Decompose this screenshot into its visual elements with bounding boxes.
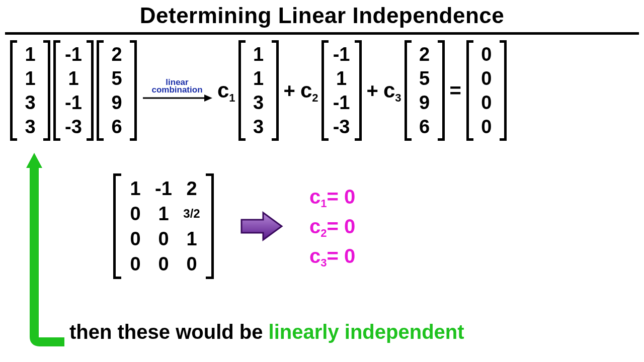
v2e2: -1 <box>63 90 84 115</box>
equals: = <box>448 79 463 102</box>
zero-vector: 0 0 0 0 <box>466 40 507 141</box>
equation-row: 1 1 3 3 -1 1 -1 -3 2 5 9 6 linear combin… <box>10 40 639 141</box>
reduced-matrix: 1 -1 2 0 1 3/2 0 0 1 0 0 0 <box>113 173 214 279</box>
conclusion-highlight: linearly independent <box>269 321 464 343</box>
solutions: c1 = 0 c2 = 0 c3 = 0 <box>309 186 355 267</box>
v1e0: 1 <box>20 42 40 66</box>
v3e1: 5 <box>107 66 127 90</box>
svg-marker-2 <box>242 213 282 240</box>
vector-1: 1 1 3 3 <box>10 40 50 141</box>
vector-2: -1 1 -1 -3 <box>53 40 94 141</box>
v3e0: 2 <box>107 42 127 66</box>
sol-c1: c1 = 0 <box>309 186 355 208</box>
v1e2: 3 <box>20 90 40 115</box>
divider <box>5 32 639 35</box>
green-arrow-icon <box>19 151 69 352</box>
conclusion-prefix: then these would be <box>69 321 269 343</box>
coef-c3: c3 <box>383 78 401 103</box>
svg-marker-3 <box>26 153 42 168</box>
linear-combination-arrow: linear combination <box>142 78 212 103</box>
v2e1: 1 <box>63 66 84 90</box>
coef-c2: c2 <box>300 78 318 103</box>
sol-c3: c3 = 0 <box>309 245 355 267</box>
v2e0: -1 <box>63 42 84 66</box>
coef-c1: c1 <box>217 78 235 103</box>
v1e1: 1 <box>20 66 40 90</box>
page-title: Determining Linear Independence <box>0 0 644 32</box>
svg-marker-1 <box>204 95 212 102</box>
v3e2: 9 <box>107 90 127 115</box>
vector-3: 2 5 9 6 <box>97 40 137 141</box>
vector-2b: -1 1 -1 -3 <box>321 40 362 141</box>
v3e3: 6 <box>107 115 127 139</box>
arrow-icon <box>142 93 212 103</box>
vector-3b: 2 5 9 6 <box>405 40 445 141</box>
v2e3: -3 <box>63 115 84 139</box>
conclusion-text: then these would be linearly independent <box>69 321 464 343</box>
implies-arrow-icon <box>239 209 284 244</box>
vector-1b: 1 1 3 3 <box>238 40 279 141</box>
middle-row: 1 -1 2 0 1 3/2 0 0 1 0 0 0 c1 = 0 c2 <box>113 173 355 279</box>
v1e3: 3 <box>20 115 40 139</box>
plus-2: + <box>365 79 380 102</box>
sol-c2: c2 = 0 <box>309 215 355 238</box>
plus-1: + <box>282 79 297 102</box>
